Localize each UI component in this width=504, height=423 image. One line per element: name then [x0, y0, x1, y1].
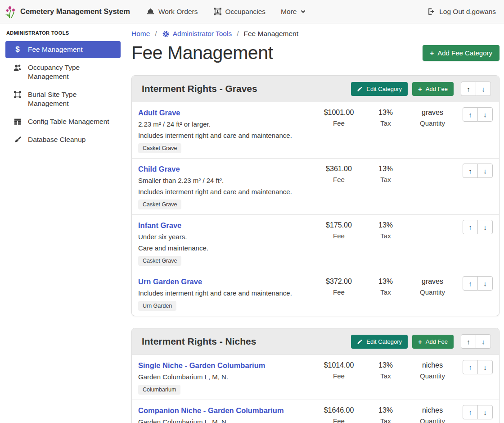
nav-more[interactable]: More	[281, 8, 306, 16]
move-fee-down-button[interactable]: ↓	[477, 220, 493, 234]
breadcrumb-admin-tools-label: Administrator Tools	[173, 30, 232, 38]
fee-tax-column: 13% Tax	[362, 164, 409, 209]
sidebar-heading: Administrator Tools	[5, 23, 121, 41]
page-header: Fee Management + Add Fee Category	[131, 42, 500, 64]
fee-name-link[interactable]: Infant Grave	[138, 221, 181, 229]
move-fee-up-button[interactable]: ↑	[463, 107, 478, 122]
sidebar-item-database-cleanup[interactable]: Database Cleanup	[5, 131, 121, 148]
fee-tax-label: Tax	[362, 417, 409, 423]
fee-details: Adult Grave 2.23 m² / 24 ft² or larger. …	[138, 107, 315, 153]
fee-description: Care and maintenance.	[138, 243, 312, 253]
fee-tax: 13%	[362, 220, 409, 231]
fee-amount: $1001.00	[315, 107, 362, 118]
nav-occupancies-label: Occupancies	[225, 8, 266, 16]
fee-name-link[interactable]: Adult Grave	[138, 109, 180, 117]
fee-name-link[interactable]: Urn Garden Grave	[138, 277, 202, 286]
breadcrumb-admin-tools-link[interactable]: Administrator Tools	[162, 30, 232, 38]
fee-details: Infant Grave Under six years. Care and m…	[138, 220, 315, 266]
fee-tax-label: Tax	[362, 232, 409, 240]
move-category-down-button[interactable]: ↓	[476, 334, 491, 349]
pencil-icon	[357, 86, 363, 92]
move-fee-down-button[interactable]: ↓	[477, 405, 493, 419]
app-title: Cemetery Management System	[20, 7, 130, 16]
add-fee-category-button[interactable]: + Add Fee Category	[423, 45, 500, 61]
fee-amount-label: Fee	[315, 288, 362, 296]
fee-amount-column: $372.00 Fee	[315, 276, 362, 311]
fee-amount-label: Fee	[315, 372, 362, 380]
fee-quantity-label: Quantity	[409, 119, 456, 127]
fee-description: Includes interment right and care and ma…	[138, 288, 312, 298]
fee-details: Companion Niche - Garden Columbarium Gar…	[138, 405, 315, 423]
sidebar-item-burial-site-type[interactable]: Burial Site Type Management	[5, 86, 121, 112]
fee-tax-column: 13% Tax	[362, 107, 409, 153]
fee-amount: $175.00	[315, 220, 362, 231]
edit-category-label: Edit Category	[366, 338, 402, 345]
move-fee-up-button[interactable]: ↑	[463, 276, 478, 291]
add-fee-button[interactable]: + Add Fee	[412, 82, 454, 96]
move-category-down-button[interactable]: ↓	[476, 82, 491, 96]
table-icon	[13, 117, 22, 126]
fee-name-link[interactable]: Companion Niche - Garden Columbarium	[138, 406, 284, 414]
fee-row-adult-grave: Adult Grave 2.23 m² / 24 ft² or larger. …	[132, 102, 499, 158]
chevron-down-icon	[300, 9, 306, 14]
nav-occupancies[interactable]: Occupancies	[213, 7, 266, 16]
fee-tax-column: 13% Tax	[362, 276, 409, 311]
fee-quantity-column: graves Quantity	[409, 276, 456, 311]
fee-name-link[interactable]: Child Grave	[138, 165, 180, 173]
move-fee-down-button[interactable]: ↓	[477, 276, 493, 291]
fee-amount: $1014.00	[315, 360, 362, 371]
logout-link[interactable]: Log Out d.gowans	[427, 7, 496, 16]
users-icon	[13, 63, 22, 72]
add-fee-button[interactable]: + Add Fee	[412, 335, 454, 349]
nav-work-orders[interactable]: Work Orders	[146, 7, 198, 16]
fee-quantity: niches	[409, 360, 456, 371]
fee-description: Includes interment right and care and ma…	[138, 186, 312, 197]
category-title: Interment Rights - Niches	[142, 336, 346, 347]
breadcrumb-home-link[interactable]: Home	[131, 30, 150, 38]
top-navbar: Cemetery Management System Work Orders	[0, 0, 504, 23]
fee-name-link[interactable]: Single Niche - Garden Columbarium	[138, 361, 265, 369]
fee-amount: $361.00	[315, 164, 362, 174]
category-reorder-controls: ↑ ↓	[461, 334, 491, 349]
fee-amount: $1646.00	[315, 405, 362, 416]
fee-row-infant-grave: Infant Grave Under six years. Care and m…	[132, 214, 499, 271]
edit-category-button[interactable]: Edit Category	[351, 335, 408, 349]
sign-out-icon	[427, 7, 436, 16]
fee-description: Garden Columbarium L, M, N,	[138, 417, 312, 423]
fee-row-companion-niche: Companion Niche - Garden Columbarium Gar…	[132, 400, 499, 423]
vector-square-icon	[13, 90, 22, 99]
fee-quantity-column	[409, 164, 456, 209]
fee-type-badge: Casket Grave	[138, 256, 181, 266]
fee-quantity-column: niches Quantity	[409, 405, 456, 423]
sidebar-item-fee-management[interactable]: $ Fee Management	[5, 41, 121, 58]
hard-hat-icon	[146, 7, 155, 16]
fee-amount-label: Fee	[315, 232, 362, 240]
add-fee-label: Add Fee	[426, 86, 448, 92]
category-reorder-controls: ↑ ↓	[461, 82, 491, 96]
fee-type-badge: Casket Grave	[138, 200, 181, 209]
move-category-up-button[interactable]: ↑	[461, 82, 476, 96]
fee-reorder-controls: ↑ ↓	[456, 107, 493, 153]
move-fee-up-button[interactable]: ↑	[463, 405, 478, 419]
breadcrumb: Home / Administrator Tools / Fee Managem…	[131, 23, 500, 38]
fee-amount-column: $1014.00 Fee	[315, 360, 362, 395]
fee-amount-column: $1646.00 Fee	[315, 405, 362, 423]
move-fee-down-button[interactable]: ↓	[477, 360, 493, 374]
move-fee-down-button[interactable]: ↓	[477, 107, 493, 122]
sidebar-item-label: Config Table Management	[28, 117, 109, 126]
fee-quantity-column: graves Quantity	[409, 107, 456, 153]
sidebar-item-label: Database Cleanup	[28, 135, 86, 144]
move-fee-up-button[interactable]: ↑	[463, 220, 478, 234]
fee-details: Urn Garden Grave Includes interment righ…	[138, 276, 315, 311]
sidebar-item-config-table[interactable]: Config Table Management	[5, 113, 121, 130]
edit-category-button[interactable]: Edit Category	[351, 82, 408, 96]
move-fee-up-button[interactable]: ↑	[463, 164, 478, 178]
sidebar-item-occupancy-type[interactable]: Occupancy Type Management	[5, 59, 121, 85]
move-fee-up-button[interactable]: ↑	[463, 360, 478, 374]
category-title: Interment Rights - Graves	[142, 83, 346, 94]
move-fee-down-button[interactable]: ↓	[477, 164, 493, 178]
plus-icon: +	[418, 86, 422, 92]
category-header: Interment Rights - Niches Edit Category …	[132, 328, 499, 355]
move-category-up-button[interactable]: ↑	[461, 334, 476, 349]
fee-quantity: niches	[409, 405, 456, 416]
